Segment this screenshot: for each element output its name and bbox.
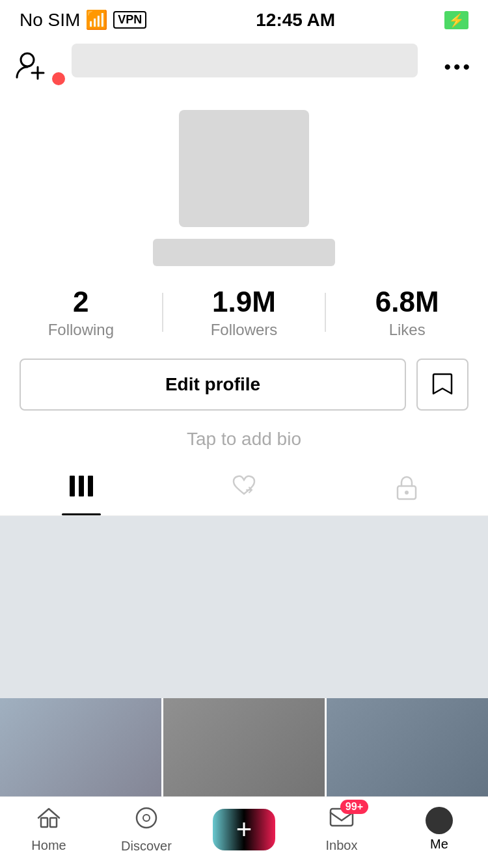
inbox-label: Inbox (326, 838, 358, 853)
nav-discover[interactable]: Discover (98, 806, 195, 854)
nav-me[interactable]: Me (390, 807, 488, 852)
username-placeholder (153, 239, 335, 266)
battery-icon: ⚡ (444, 11, 468, 29)
svg-point-7 (405, 491, 409, 495)
top-nav: ••• (0, 37, 488, 97)
likes-label: Likes (389, 321, 426, 339)
svg-rect-9 (50, 818, 57, 827)
add-btn-container: + (195, 809, 293, 850)
tab-liked[interactable] (163, 463, 325, 515)
status-bar: No SIM 📶 VPN 12:45 AM ⚡ (0, 0, 488, 37)
svg-point-10 (137, 808, 156, 828)
nav-inbox[interactable]: 99+ Inbox (293, 806, 390, 853)
create-button[interactable]: + (213, 809, 275, 850)
profile-tabs (0, 463, 488, 516)
discover-label: Discover (121, 839, 172, 854)
vpn-badge: VPN (113, 11, 146, 29)
private-tab-icon (395, 474, 418, 506)
battery-area: ⚡ (444, 11, 468, 29)
followers-stat[interactable]: 1.9M Followers (163, 286, 325, 339)
carrier-info: No SIM 📶 VPN (20, 9, 146, 31)
likes-stat[interactable]: 6.8M Likes (326, 286, 488, 339)
carrier-text: No SIM (20, 10, 80, 31)
followers-count: 1.9M (212, 286, 276, 318)
me-label: Me (430, 837, 448, 852)
following-stat[interactable]: 2 Following (0, 286, 162, 339)
svg-rect-3 (70, 476, 75, 496)
svg-point-0 (21, 53, 34, 66)
bio-text[interactable]: Tap to add bio (0, 424, 488, 463)
home-icon (36, 806, 61, 835)
add-user-button[interactable] (16, 50, 46, 84)
svg-rect-8 (41, 818, 47, 827)
more-options-button[interactable]: ••• (444, 56, 472, 78)
svg-rect-5 (88, 476, 93, 496)
home-label: Home (31, 838, 66, 853)
likes-count: 6.8M (375, 286, 439, 318)
avatar (179, 110, 309, 227)
followers-label: Followers (211, 321, 278, 339)
bookmark-button[interactable] (416, 359, 468, 411)
wifi-icon: 📶 (85, 9, 108, 31)
following-label: Following (48, 321, 114, 339)
inbox-badge-count: 99+ (340, 800, 368, 814)
tab-private[interactable] (325, 463, 488, 515)
me-avatar (426, 807, 453, 834)
nav-home[interactable]: Home (0, 806, 98, 853)
bottom-nav: Home Discover + 99+ Inbox Me (0, 796, 488, 868)
svg-point-11 (143, 815, 150, 821)
discover-icon (134, 806, 159, 836)
clock: 12:45 AM (256, 10, 335, 31)
video-area-placeholder (0, 516, 488, 698)
following-count: 2 (73, 286, 88, 318)
inbox-icon: 99+ (329, 806, 354, 835)
edit-profile-button[interactable]: Edit profile (20, 359, 406, 411)
videos-tab-icon (68, 474, 94, 504)
profile-section (0, 97, 488, 266)
tab-videos[interactable] (0, 463, 163, 515)
stats-row: 2 Following 1.9M Followers 6.8M Likes (0, 286, 488, 339)
liked-tab-icon (231, 474, 257, 504)
svg-rect-4 (79, 476, 84, 496)
profile-name-bar (72, 44, 418, 77)
notification-dot (52, 72, 65, 85)
profile-buttons: Edit profile (0, 346, 488, 424)
